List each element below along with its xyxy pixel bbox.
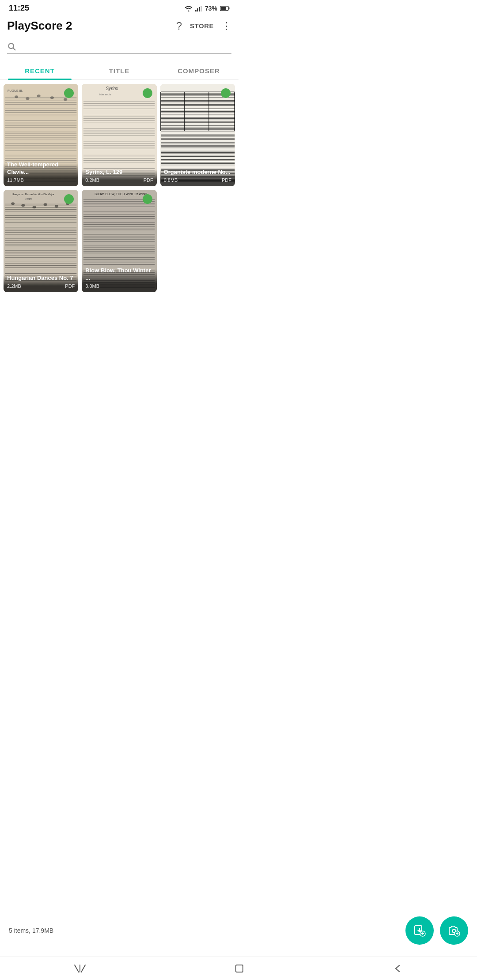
status-time: 11:25 (9, 4, 29, 13)
card-meta: 11.7MB (7, 177, 75, 183)
svg-point-186 (21, 204, 25, 207)
card-type: PDF (144, 177, 153, 183)
green-dot (143, 88, 152, 98)
card-title: Organiste moderne No... (164, 169, 231, 176)
card-meta: 0.2MB PDF (85, 177, 153, 183)
svg-point-49 (15, 95, 18, 98)
card-size: 11.7MB (7, 177, 24, 183)
card-size: 0.8MB (164, 177, 178, 183)
card-type: PDF (65, 283, 75, 289)
store-button[interactable]: STORE (190, 22, 214, 30)
green-dot (143, 194, 152, 204)
score-card[interactable]: Hungarian Dance No. 6 in Db Major Allegr… (4, 190, 78, 292)
card-size: 3.0MB (85, 283, 99, 289)
battery-icon (220, 6, 230, 11)
score-card[interactable]: Syrinx flûte seule (82, 84, 156, 186)
svg-rect-2 (199, 7, 200, 11)
svg-rect-0 (195, 10, 197, 11)
status-bar: 11:25 73% (0, 0, 238, 15)
svg-point-52 (50, 96, 54, 99)
card-title: Syrinx, L. 129 (85, 169, 153, 176)
card-overlay: Organiste moderne No... 0.8MB PDF (160, 165, 235, 186)
card-meta: 3.0MB (85, 283, 153, 289)
tab-recent[interactable]: RECENT (0, 63, 80, 79)
svg-text:Syrinx: Syrinx (106, 86, 119, 91)
svg-point-50 (26, 97, 29, 100)
more-button[interactable]: ⋮ (222, 20, 231, 32)
score-card[interactable]: BLOW, BLOW, THOU WINTER WIND (82, 190, 156, 292)
card-title: Blow Blow, Thou Winter ... (85, 267, 153, 282)
card-title: Hungarian Dances No. 7 (7, 275, 75, 282)
help-button[interactable]: ? (176, 20, 182, 32)
app-header: PlayScore 2 ? STORE ⋮ (0, 15, 238, 37)
svg-point-189 (55, 205, 58, 207)
search-input[interactable] (19, 41, 231, 50)
svg-point-53 (64, 98, 67, 101)
svg-rect-3 (201, 6, 202, 11)
svg-text:flûte seule: flûte seule (99, 93, 112, 96)
card-overlay: Hungarian Dances No. 7 2.2MB PDF (4, 271, 78, 292)
svg-rect-1 (197, 8, 198, 11)
card-type: PDF (222, 177, 231, 183)
score-card[interactable]: FUGUE III. (4, 84, 78, 186)
card-meta: 2.2MB PDF (7, 283, 75, 289)
tab-title[interactable]: TITLE (80, 63, 159, 79)
card-size: 2.2MB (7, 283, 21, 289)
card-overlay: The Well-tem­pered Clavie... 11.7MB (4, 158, 78, 186)
wifi-icon (185, 5, 193, 11)
score-card[interactable]: Organiste moderne No... 0.8MB PDF (160, 84, 235, 186)
header-actions: ? STORE ⋮ (176, 20, 231, 32)
green-dot (221, 88, 231, 98)
card-overlay: Syrinx, L. 129 0.2MB PDF (82, 165, 156, 186)
card-size: 0.2MB (85, 177, 99, 183)
search-icon (7, 41, 16, 51)
svg-point-185 (11, 202, 15, 205)
card-title: The Well-tem­pered Clavie... (7, 161, 75, 176)
battery-percent: 73% (205, 5, 217, 12)
tab-composer[interactable]: COMPOSER (159, 63, 238, 79)
svg-text:Allegro: Allegro (25, 197, 32, 200)
search-bar (0, 37, 238, 54)
svg-point-51 (37, 94, 41, 97)
score-grid: FUGUE III. (0, 79, 238, 296)
tabs: RECENT TITLE COMPOSER (0, 57, 238, 79)
svg-text:BLOW, BLOW, THOU WINTER WIND: BLOW, BLOW, THOU WINTER WIND (95, 192, 148, 196)
app-title: PlayScore 2 (7, 19, 176, 33)
svg-text:FUGUE III.: FUGUE III. (8, 89, 23, 92)
svg-point-188 (44, 203, 47, 206)
svg-line-8 (13, 48, 15, 50)
svg-point-187 (33, 206, 36, 208)
svg-rect-6 (221, 7, 226, 10)
signal-icon (195, 5, 202, 11)
card-meta: 0.8MB PDF (164, 177, 231, 183)
status-icons: 73% (185, 5, 230, 12)
svg-rect-5 (229, 7, 230, 9)
svg-text:Hungarian Dance No. 6 in Db Ma: Hungarian Dance No. 6 in Db Major (12, 193, 54, 196)
card-overlay: Blow Blow, Thou Winter ... 3.0MB (82, 264, 156, 292)
